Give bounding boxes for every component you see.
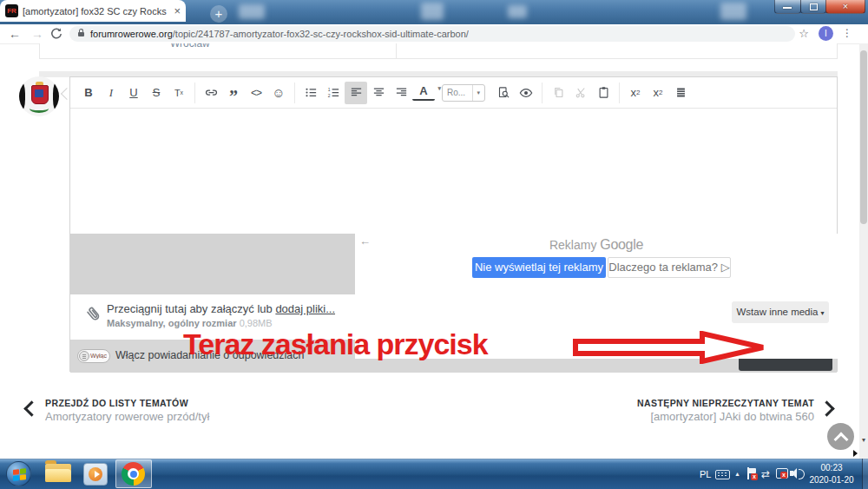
desktop-blur-blob [239,4,265,19]
prev-topic-name[interactable]: Amortyzatory rowerowe przód/tył [45,410,209,423]
scrollbar-down-arrow[interactable]: ▾ [859,436,868,444]
minimize-icon [783,7,792,9]
clear-format-button[interactable]: Tx [168,82,190,104]
window-close-button[interactable]: × [825,0,865,14]
clipboard-icon [597,86,610,99]
toggle-knob [79,351,89,361]
scissors-icon [575,86,588,99]
bookmark-star-icon[interactable]: ☆ [799,27,809,40]
media-player-taskbar-icon[interactable] [83,463,108,486]
subscript-button[interactable]: x2 [624,82,647,104]
browser-toolbar: ← → forumrowerowe.org /topic/241787-amor… [0,24,868,44]
insert-media-button[interactable]: Wstaw inne media▾ [732,301,829,323]
rows-icon [674,86,687,99]
windows-logo-icon [13,468,26,481]
desktop-blur-blob [421,3,444,20]
ad-title: Reklamy Google [355,237,838,253]
network-icon[interactable]: x [776,468,788,479]
back-button[interactable]: ← [9,27,21,41]
site-favicon-icon: FR [5,4,18,17]
resize-corner-icon [853,450,858,457]
tab-close-icon[interactable]: × [174,5,181,17]
underline-button[interactable]: U [122,82,145,104]
avatar-art [53,82,59,111]
align-left-button[interactable] [345,82,367,104]
drag-drop-text: Przeciągnij tutaj aby załączyć lub dodaj… [107,302,335,315]
action-center-icon[interactable]: x [746,467,758,480]
keyboard-layout-icon[interactable] [715,470,730,479]
ad-why-button[interactable]: Dlaczego ta reklama? ▷ [608,257,731,278]
link-button[interactable] [200,82,222,104]
scrollbar-thumb[interactable] [860,50,867,224]
refresh-icon[interactable] [50,28,62,40]
explorer-taskbar-icon[interactable] [45,464,71,482]
url-path: /topic/241787-amortyzator-fox32-sc-czy-r… [173,29,469,39]
strikethrough-button[interactable]: S [145,82,168,104]
annotation-arrow [572,331,768,364]
start-button[interactable] [6,461,31,486]
previous-post-card-partial: Wrocław [39,43,838,59]
browser-tab[interactable]: FR [amortyzator] fox32 SC czy Rocks × [0,0,186,22]
eye-icon [519,86,533,100]
toggle-state-label: Wyłąc [90,353,107,359]
align-center-button[interactable] [367,82,390,104]
user-avatar[interactable] [19,76,59,116]
ad-dismiss-button[interactable]: Nie wyświetlaj tej reklamy [472,257,606,278]
new-tab-button[interactable]: + [210,5,227,23]
scroll-to-top-button[interactable] [827,423,854,450]
superscript-button[interactable]: x2 [647,82,669,104]
tab-title: [amortyzator] fox32 SC czy Rocks [23,6,169,17]
align-right-button[interactable] [390,82,412,104]
reply-editor[interactable]: B I U S Tx ” <> ☺ 12 [69,76,838,372]
notify-toggle[interactable]: Wyłąc [77,349,110,363]
profile-avatar[interactable]: I [819,26,833,41]
browser-menu-icon[interactable]: ⋮ [842,27,852,39]
url-bar[interactable]: forumrowerowe.org /topic/241787-amortyza… [69,26,795,42]
svg-text:1: 1 [327,87,330,92]
sync-icon[interactable]: ⇄ [761,468,770,480]
bullet-list-button[interactable] [299,82,322,104]
page-preview-button[interactable] [492,82,515,104]
code-button[interactable]: <> [245,82,267,104]
font-dropdown[interactable]: Ro...▾ [442,84,485,102]
next-topic-name[interactable]: [amortyzator] JAki do btwina 560 [650,410,814,423]
italic-button[interactable]: I [100,82,122,104]
clock[interactable]: 00:23 2020-01-20 [803,462,860,486]
quote-button[interactable]: ” [222,78,245,108]
toolbar-separator [619,83,620,103]
toolbar-separator [194,83,195,103]
text-color-button[interactable]: A▾ [412,83,435,101]
subscript-small: 2 [636,89,640,96]
tray-expand-icon[interactable]: ▲ [734,471,740,477]
coat-of-arms [31,85,49,104]
chevron-left-icon[interactable] [23,400,39,416]
preview-button[interactable] [515,82,537,104]
forward-button[interactable]: → [31,27,43,41]
browser-scrollbar[interactable]: ▾ [859,43,868,459]
copy-button[interactable] [547,82,569,104]
flag-yellow [20,474,26,480]
chevron-right-icon[interactable] [819,400,834,416]
language-indicator[interactable]: PL [700,469,711,479]
wreath-art [30,104,49,113]
prev-topic-title[interactable]: PRZEJDŹ DO LISTY TEMATÓW [45,398,188,408]
toolbar-separator [542,83,542,103]
bold-button[interactable]: B [77,82,100,104]
show-desktop-button[interactable] [862,459,868,489]
emoji-button[interactable]: ☺ [267,82,290,104]
google-logo-text: Google [600,237,643,252]
numbered-list-button[interactable]: 12 [322,82,345,104]
paste-button[interactable] [592,82,615,104]
add-files-link[interactable]: dodaj pliki... [275,302,335,315]
partial-location-text: Wrocław [170,43,210,50]
cut-button[interactable] [569,82,592,104]
play-icon [95,471,100,478]
desktop-blur-blob [508,5,527,18]
chrome-taskbar-button-active[interactable] [115,459,152,488]
special-content-button[interactable] [669,82,692,104]
window-minimize-button[interactable] [774,0,801,14]
window-restore-button[interactable] [800,0,826,14]
insert-media-label: Wstaw inne media [737,307,819,317]
caret-down-icon: ▾ [820,309,824,317]
next-topic-title[interactable]: NASTĘPNY NIEPRZECZYTANY TEMAT [637,398,814,408]
